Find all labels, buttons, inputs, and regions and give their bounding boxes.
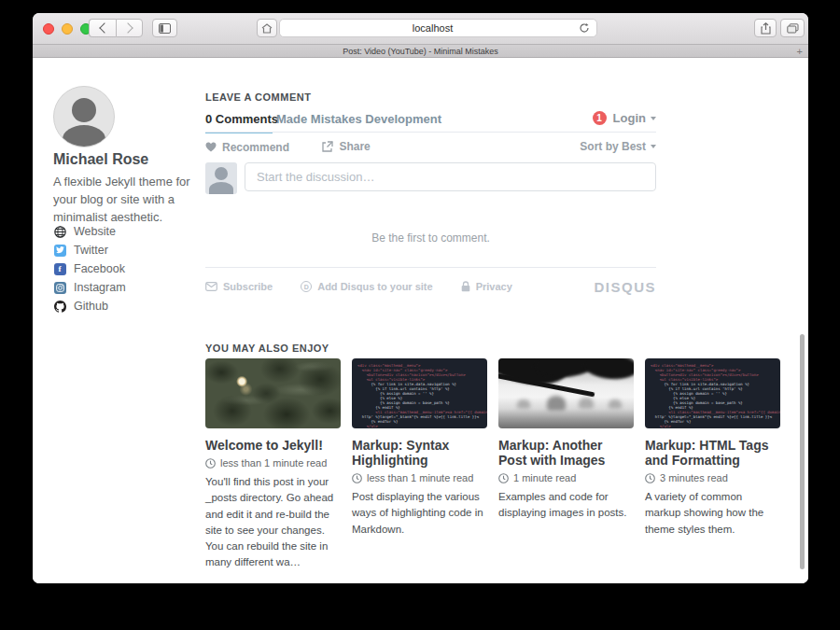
new-tab-button[interactable]: +	[797, 45, 803, 57]
sidebar-link-label: Facebook	[74, 262, 125, 275]
sidebar-link-github[interactable]: Github	[53, 297, 126, 315]
twitter-icon	[53, 244, 66, 257]
sidebar-link-website[interactable]: Website	[53, 222, 126, 241]
home-button[interactable]	[257, 19, 277, 37]
author-name: Michael Rose	[53, 151, 148, 168]
code-thumbnail-lines: <div class="masthead__menu"> <nav id="si…	[357, 363, 482, 428]
share-comments-button[interactable]: Share	[322, 140, 370, 153]
add-disqus-link[interactable]: D Add Disqus to your site	[301, 281, 432, 292]
sidebar-toggle-button[interactable]	[152, 19, 177, 37]
browser-toolbar	[33, 13, 808, 45]
post-title-link[interactable]: Markup: Syntax Highlighting	[352, 438, 487, 468]
privacy-link[interactable]: Privacy	[461, 281, 512, 292]
related-posts: Welcome to Jekyll! less than 1 minute re…	[205, 358, 780, 571]
disqus-footer: Subscribe D Add Disqus to your site Priv…	[205, 278, 656, 295]
recommend-button[interactable]: Recommend	[205, 141, 289, 154]
sidebar-link-label: Instagram	[74, 281, 126, 294]
notification-badge: 1	[593, 111, 607, 125]
read-time: 3 minutes read	[645, 472, 780, 483]
author-bio: A flexible Jekyll theme for your blog or…	[53, 174, 197, 227]
instagram-icon	[53, 281, 66, 294]
clock-icon	[645, 473, 655, 483]
recommend-label: Recommend	[222, 141, 289, 154]
back-button[interactable]	[89, 19, 116, 37]
disqus-d-icon: D	[301, 281, 312, 292]
post-thumbnail-green-foam[interactable]	[205, 358, 341, 428]
comment-input[interactable]	[245, 162, 656, 191]
related-post-card: <div class="masthead__menu"> <nav id="si…	[645, 358, 780, 571]
post-title-link[interactable]: Markup: HTML Tags and Formatting	[645, 438, 780, 468]
refresh-icon[interactable]	[579, 22, 590, 34]
share-label: Share	[339, 140, 370, 153]
address-bar-input[interactable]	[279, 19, 597, 37]
post-excerpt: You'll find this post in your _posts dir…	[205, 474, 341, 571]
tabs-overview-icon	[787, 23, 799, 34]
share-icon	[761, 22, 771, 35]
sidebar-link-label: Github	[74, 300, 108, 313]
show-tabs-button[interactable]	[780, 19, 805, 37]
avatar-silhouette	[72, 98, 96, 122]
window-controls	[43, 23, 91, 35]
share-button[interactable]	[754, 19, 777, 37]
read-time: 1 minute read	[498, 472, 634, 483]
sidebar-link-twitter[interactable]: Twitter	[53, 241, 126, 259]
close-window-button[interactable]	[43, 23, 54, 35]
sidebar-icon	[159, 23, 171, 34]
commenter-avatar	[205, 162, 237, 194]
plus-icon: +	[797, 46, 803, 57]
forward-button[interactable]	[116, 19, 143, 37]
read-time: less than 1 minute read	[352, 472, 487, 483]
post-thumbnail-code[interactable]: <div class="masthead__menu"> <nav id="si…	[352, 358, 487, 428]
clock-icon	[205, 458, 216, 469]
minimize-window-button[interactable]	[62, 23, 73, 35]
login-menu[interactable]: 1 Login	[593, 111, 656, 125]
tab-current[interactable]: Post: Video (YouTube) - Minimal Mistakes	[33, 45, 808, 57]
caret-down-icon	[651, 117, 656, 120]
sort-by-best-dropdown[interactable]: Sort by Best	[580, 140, 656, 153]
home-icon	[261, 23, 273, 34]
facebook-icon: f	[53, 262, 66, 275]
related-post-card: <div class="masthead__menu"> <nav id="si…	[352, 358, 487, 571]
post-title-link[interactable]: Markup: Another Post with Images	[498, 438, 634, 468]
sidebar-link-label: Website	[74, 225, 116, 238]
related-post-card: Markup: Another Post with Images 1 minut…	[498, 358, 634, 571]
subscribe-link[interactable]: Subscribe	[205, 281, 273, 292]
author-avatar	[53, 86, 115, 147]
clock-icon	[352, 473, 362, 483]
tab-comments-count[interactable]: 0 Comments	[205, 112, 278, 126]
post-thumbnail-code[interactable]: <div class="masthead__menu"> <nav id="si…	[645, 358, 780, 428]
disqus-header: 0 Comments Made Mistakes Development 1 L…	[205, 110, 656, 133]
post-thumbnail-fog-tree[interactable]	[498, 358, 634, 428]
leave-a-comment-heading: LEAVE A COMMENT	[205, 91, 311, 103]
share-icon	[322, 141, 333, 152]
globe-icon	[53, 225, 66, 238]
post-excerpt: Examples and code for displaying images …	[498, 489, 634, 522]
disqus-logo[interactable]: DISQUS	[594, 279, 656, 295]
sidebar-link-facebook[interactable]: f Facebook	[53, 259, 126, 278]
sidebar-link-instagram[interactable]: Instagram	[53, 278, 126, 297]
page-content: Michael Rose A flexible Jekyll theme for…	[33, 58, 808, 583]
sort-label: Sort by Best	[580, 140, 646, 153]
lock-icon	[461, 281, 470, 292]
chevron-right-icon	[122, 22, 133, 33]
github-icon	[53, 300, 66, 313]
tab-title: Post: Video (YouTube) - Minimal Mistakes	[343, 47, 498, 56]
heart-icon	[205, 142, 217, 152]
tab-bar: Post: Video (YouTube) - Minimal Mistakes…	[33, 45, 808, 58]
code-thumbnail-lines: <div class="masthead__menu"> <nav id="si…	[651, 363, 775, 428]
divider	[205, 132, 656, 133]
you-may-also-enjoy-heading: YOU MAY ALSO ENJOY	[205, 343, 329, 354]
caret-down-icon	[651, 145, 656, 148]
divider	[205, 267, 656, 268]
post-title-link[interactable]: Welcome to Jekyll!	[205, 438, 341, 453]
clock-icon	[498, 473, 509, 483]
empty-state-text: Be the first to comment.	[205, 231, 656, 245]
disqus-actions-row: Recommend Share Sort by Best	[205, 140, 656, 157]
envelope-icon	[205, 282, 217, 291]
vertical-scrollbar[interactable]	[800, 334, 805, 569]
post-excerpt: Post displaying the various ways of high…	[352, 489, 487, 538]
chevron-left-icon	[99, 22, 109, 33]
author-links: Website Twitter f Facebook	[53, 222, 126, 315]
history-nav-group	[89, 19, 143, 37]
tab-community[interactable]: Made Mistakes Development	[276, 112, 441, 126]
